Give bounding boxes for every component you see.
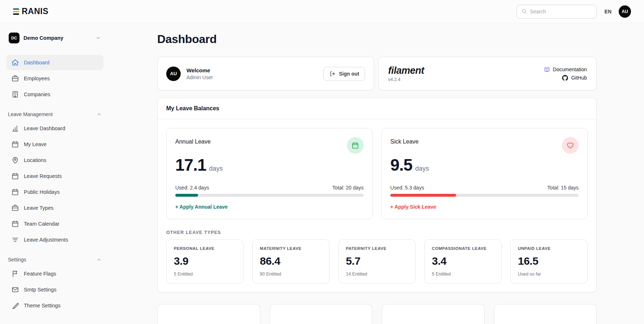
sidebar-item-label: Smtp Settings [24, 287, 56, 293]
documentation-link[interactable]: Documentation [544, 67, 587, 73]
annual-leave-progress-bar [175, 194, 364, 197]
balance-value: 17.1 [175, 155, 206, 175]
personal-leave-card: PERSONAL LEAVE 3.9 5 Entitled [166, 239, 244, 284]
sign-out-button[interactable]: Sign out [323, 67, 365, 81]
sidebar-item-leave-dashboard[interactable]: Leave Dashboard [7, 121, 103, 136]
sidebar-item-leave-types[interactable]: Leave Types [7, 200, 103, 216]
sidebar-item-label: Leave Dashboard [24, 125, 65, 131]
language-switcher[interactable]: EN [605, 9, 611, 14]
stat-card [382, 304, 485, 324]
sidebar-item-label: Leave Adjustments [24, 237, 68, 243]
entitled-label: 5 Entitled [432, 272, 494, 277]
welcome-title: Welcome [186, 67, 213, 73]
bar-chart-icon [11, 124, 19, 132]
calendar-icon [351, 141, 359, 149]
leave-type-name: COMPASSIONATE LEAVE [432, 246, 494, 251]
logo-bars-icon [13, 8, 19, 15]
sidebar-item-label: Employees [24, 76, 50, 81]
sick-leave-card: Sick Leave 9.5 days Used: 5.3 days Total… [381, 128, 588, 219]
search-input[interactable] [530, 9, 592, 14]
sidebar-item-locations[interactable]: Locations [7, 153, 103, 168]
book-icon [544, 67, 550, 73]
chevron-down-icon [95, 35, 101, 41]
search-icon [521, 8, 527, 14]
user-avatar[interactable]: AU [619, 5, 631, 18]
github-label: GitHub [571, 75, 587, 81]
sidebar-item-smtp-settings[interactable]: Smtp Settings [7, 282, 103, 297]
chevron-up-icon [96, 111, 102, 117]
briefcase-icon [11, 204, 19, 212]
apply-sick-leave-link[interactable]: + Apply Sick Leave [390, 204, 436, 210]
chevron-up-icon [96, 257, 102, 263]
stat-card [494, 304, 597, 324]
unpaid-leave-card: UNPAID LEAVE 16.5 Used so far [510, 239, 588, 284]
filament-logo: filament [388, 65, 424, 76]
sidebar-item-my-leave[interactable]: My Leave [7, 137, 103, 152]
calendar-icon [11, 172, 19, 180]
map-pin-icon [11, 156, 19, 164]
balance-unit: days [415, 165, 429, 172]
sidebar-item-feature-flags[interactable]: Feature Flags [7, 266, 103, 281]
brush-icon [11, 302, 19, 310]
balance-value: 86.4 [260, 255, 322, 267]
sick-leave-progress-bar [390, 194, 579, 197]
flag-icon [11, 270, 19, 278]
github-icon [562, 75, 568, 81]
calendar-icon [11, 140, 19, 148]
app-logo[interactable]: RANIS [13, 7, 48, 16]
sidebar-item-companies[interactable]: Companies [7, 87, 103, 102]
leave-type-name: Sick Leave [390, 137, 418, 145]
leave-type-name: PATERNITY LEAVE [346, 246, 408, 251]
search-box[interactable] [516, 5, 597, 18]
stat-card [157, 304, 260, 324]
sidebar-item-team-calendar[interactable]: Team Calendar [7, 216, 103, 231]
sidebar-item-label: Public Holidays [24, 189, 60, 195]
total-days: Total: 15 days [548, 185, 579, 191]
balances-title: My Leave Balances [166, 105, 588, 112]
compassionate-leave-card: COMPASSIONATE LEAVE 3.4 5 Entitled [424, 239, 502, 284]
maternity-leave-card: MATERNITY LEAVE 86.4 90 Entitled [252, 239, 330, 284]
leave-type-name: Annual Leave [175, 137, 211, 145]
balance-value: 9.5 [390, 155, 412, 175]
sidebar-item-public-holidays[interactable]: Public Holidays [7, 184, 103, 200]
paternity-leave-card: PATERNITY LEAVE 5.7 14 Entitled [338, 239, 416, 284]
other-leave-types-heading: OTHER LEAVE TYPES [166, 230, 588, 235]
tenant-switcher[interactable]: DC Demo Company [7, 30, 103, 46]
heart-icon-badge [562, 137, 579, 154]
github-link[interactable]: GitHub [562, 75, 587, 81]
sidebar-item-label: Locations [24, 157, 46, 163]
filament-version: v4.2.4 [388, 77, 424, 82]
logout-icon [329, 71, 336, 77]
calendar-icon [11, 188, 19, 196]
balance-value: 16.5 [518, 255, 580, 267]
home-icon [11, 59, 19, 67]
entitled-label: 5 Entitled [174, 272, 236, 277]
sidebar-item-leave-requests[interactable]: Leave Requests [7, 169, 103, 184]
group-settings[interactable]: Settings [8, 257, 102, 263]
sidebar-item-dashboard[interactable]: Dashboard [7, 55, 103, 70]
calendar-icon [11, 220, 19, 228]
tenant-name: Demo Company [23, 35, 63, 41]
topbar: RANIS EN AU [0, 0, 644, 23]
filament-info-card: filament v4.2.4 Documentation GitHub [378, 57, 597, 90]
leave-type-name: MATERNITY LEAVE [260, 246, 322, 251]
tenant-avatar: DC [9, 33, 20, 43]
documentation-label: Documentation [553, 67, 587, 72]
entitled-label: 90 Entitled [260, 272, 322, 277]
sidebar-item-label: Team Calendar [24, 221, 59, 227]
apply-annual-leave-link[interactable]: + Apply Annual Leave [175, 204, 228, 210]
building-icon [11, 90, 19, 98]
group-label-text: Settings [8, 257, 26, 263]
sidebar: DC Demo Company Dashboard Employees Comp… [0, 23, 110, 324]
sidebar-item-label: Leave Types [24, 205, 53, 211]
sidebar-item-label: My Leave [24, 141, 47, 147]
leave-type-name: PERSONAL LEAVE [174, 246, 236, 251]
group-leave-management[interactable]: Leave Management [8, 111, 102, 117]
stats-row-partial [157, 304, 597, 324]
sidebar-item-theme-settings[interactable]: Theme Settings [7, 298, 103, 313]
stat-card [270, 304, 373, 324]
balance-value: 3.9 [174, 255, 236, 267]
sidebar-item-employees[interactable]: Employees [7, 71, 103, 86]
sidebar-item-leave-adjustments[interactable]: Leave Adjustments [7, 232, 103, 247]
welcome-card: AU Welcome Admin User Sign out [157, 57, 374, 90]
